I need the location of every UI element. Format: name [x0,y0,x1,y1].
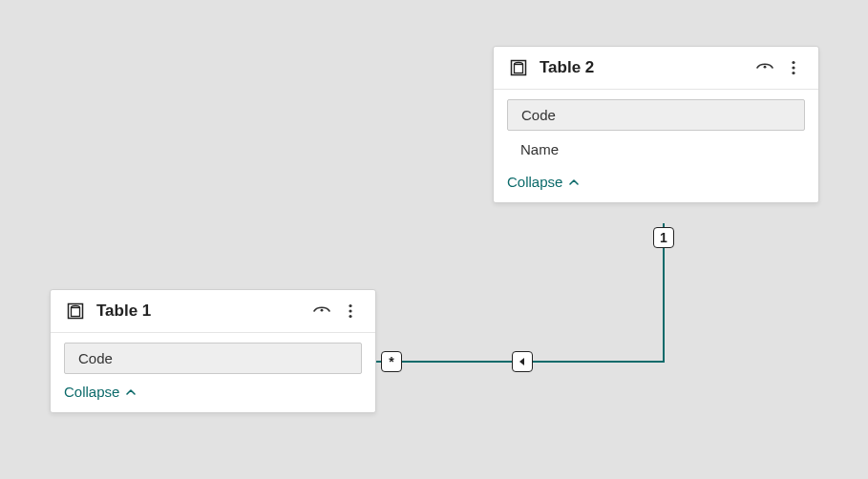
svg-point-8 [764,66,767,69]
more-options-icon[interactable] [782,56,805,79]
svg-point-3 [349,304,351,307]
cardinality-many-badge: * [381,351,402,372]
svg-point-11 [792,72,794,74]
table-icon [64,300,87,323]
table-title: Table 1 [96,302,310,321]
svg-point-10 [792,66,794,69]
svg-rect-1 [72,308,80,317]
table-fields: Code Name [494,90,818,166]
relationship-direction-badge[interactable] [512,351,533,372]
table-fields: Code [51,333,375,376]
cardinality-many-label: * [389,354,393,369]
svg-point-4 [349,309,351,312]
more-options-icon[interactable] [339,300,362,323]
chevron-up-icon [125,386,137,398]
cardinality-one-label: 1 [660,230,667,245]
field-name[interactable]: Name [507,135,805,164]
collapse-button[interactable]: Collapse [507,174,580,190]
svg-rect-7 [515,65,523,73]
svg-point-9 [792,61,794,64]
chevron-up-icon [568,177,580,188]
filter-direction-icon [517,356,528,367]
table-title: Table 2 [540,58,753,77]
table-icon [507,56,530,79]
visibility-icon[interactable] [753,56,776,79]
collapse-button[interactable]: Collapse [64,384,137,400]
collapse-row: Collapse [51,376,375,412]
table-card-1[interactable]: Table 1 Code Collapse [50,289,376,413]
collapse-row: Collapse [494,166,818,202]
table-header-actions [753,56,805,79]
table-header: Table 2 [494,47,818,90]
svg-point-5 [349,315,351,318]
visibility-icon[interactable] [310,300,333,323]
field-code[interactable]: Code [64,343,362,374]
cardinality-one-badge: 1 [653,227,674,248]
table-header: Table 1 [51,290,375,333]
field-code[interactable]: Code [507,99,805,131]
collapse-label: Collapse [507,174,562,190]
collapse-label: Collapse [64,384,119,400]
svg-point-2 [321,309,324,312]
table-header-actions [310,300,362,323]
table-card-2[interactable]: Table 2 Code Name Collapse [493,46,819,203]
